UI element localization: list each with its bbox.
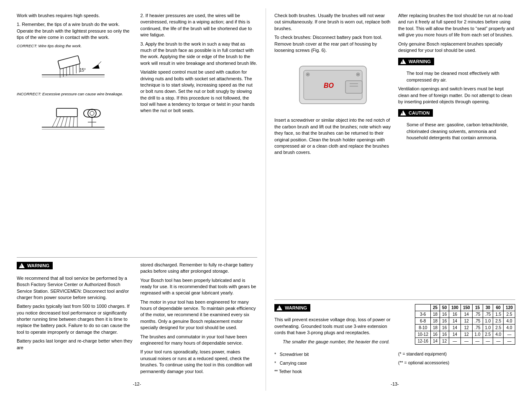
table-header-100: 100 <box>449 304 461 311</box>
table-header-50: 50 <box>440 304 449 311</box>
incorrect-diagram-svg <box>33 98 117 144</box>
row-label-6-8: 6-8 <box>415 318 431 325</box>
warning-label-right-bottom: WARNING <box>285 305 307 310</box>
caution-box-right-top: CAUTION <box>398 109 433 117</box>
check-brushes-para: Check both brushes. Usually the brushes … <box>274 13 391 32</box>
svg-line-19 <box>69 117 71 127</box>
svg-rect-22 <box>84 110 100 117</box>
insert-screwdriver-para: Insert a screwdriver or similar object i… <box>274 117 391 156</box>
accessories-legend: (* = standard equipment) (** = optional … <box>398 351 515 366</box>
table-header-15: 15 <box>472 304 483 311</box>
brush-photo-svg: BO <box>291 58 375 112</box>
svg-line-4 <box>61 68 65 77</box>
svg-line-16 <box>56 117 61 127</box>
left-bottom-col1: WARNING We recommend that all tool servi… <box>17 262 137 377</box>
accessory-item-3: ** Tether hook <box>274 368 391 375</box>
brush-photo-area: BO <box>274 58 391 113</box>
ventilation-openings-para: Ventilation openings and switch levers m… <box>398 86 515 105</box>
table-header-30: 30 <box>483 304 493 311</box>
warning-label-left-bottom: WARNING <box>27 263 49 268</box>
svg-text:BO: BO <box>324 82 334 89</box>
stored-discharged-para: stored discharged. Remember to fully re-… <box>141 262 258 275</box>
work-brushes-para: Work with brushes requires high speeds. <box>17 13 134 19</box>
bottom-section-right: WARNING This will prevent excessive volt… <box>274 304 515 377</box>
table-header-blank1 <box>415 304 431 311</box>
table-header-60: 60 <box>493 304 504 311</box>
only-genuine-bosch-para: Only genuine Bosch replacement brushes s… <box>398 41 515 54</box>
correct-diagram: 15° <box>17 50 134 88</box>
left-bottom-col2: stored discharged. Remember to fully re-… <box>137 262 258 377</box>
svg-line-3 <box>58 69 62 78</box>
row-label-8-10: 8-10 <box>415 325 431 331</box>
warning-triangle-icon3 <box>276 305 282 310</box>
table-row-3-6: 3-6 18 16 16 14 .75 .75 1.5 2.5 <box>415 311 515 318</box>
battery-pack-para: Battery packs typically last from 500 to… <box>17 303 134 335</box>
divider-left <box>17 257 257 258</box>
warning-triangle-icon <box>19 263 25 268</box>
right-bottom-col1: WARNING This will prevent excessive volt… <box>274 304 395 377</box>
voltage-drop-para: This will prevent excessive voltage drop… <box>274 317 391 336</box>
disconnect-battery-para: To check brushes: Disconnect battery pac… <box>274 34 391 54</box>
warning-box-left-bottom: WARNING <box>17 262 53 269</box>
table-row-6-8: 6-8 18 16 14 12 .75 1.0 2.5 4.0 <box>415 318 515 325</box>
svg-line-8 <box>74 64 78 73</box>
row-label-10-12: 10-12 <box>415 331 431 338</box>
warning-box-right-bottom: WARNING <box>274 304 310 312</box>
accessory-item-1: * Screwdriver bit <box>274 351 391 358</box>
row-label-3-6: 3-6 <box>415 311 431 318</box>
caution-triangle-icon <box>400 110 406 115</box>
svg-rect-36 <box>345 81 362 93</box>
page-left: Work with brushes requires high speeds. … <box>4 8 266 391</box>
right-top-col2: After replacing brushes the tool should … <box>395 13 515 295</box>
correct-diagram-svg: 15° <box>33 50 117 87</box>
correct-label: CORRECT: Wire tips doing the work. <box>17 43 134 48</box>
divider-right <box>274 299 515 300</box>
legend-standard: (* = standard equipment) <box>398 351 515 357</box>
top-section-left: Work with brushes requires high speeds. … <box>17 13 257 253</box>
row-label-12-16: 12-16 <box>415 338 431 345</box>
table-header-120: 120 <box>504 304 515 311</box>
remember-tips-para: 1. Remember, the tips of a wire brush do… <box>17 21 134 41</box>
svg-text:15°: 15° <box>79 68 86 72</box>
right-bottom-col2: 25 50 100 150 15 30 60 120 3-6 <box>395 304 515 377</box>
svg-line-15 <box>52 117 57 127</box>
extension-cord-table: 25 50 100 150 15 30 60 120 3-6 <box>415 304 515 345</box>
compressed-air-para: The tool may be cleaned most effectively… <box>407 70 515 83</box>
warning-label-right-top: WARNING <box>409 59 431 64</box>
motor-engineered-para: The motor in your tool has been engineer… <box>141 299 258 331</box>
battery-last-para: Battery packs last longer and re-charge … <box>17 338 134 351</box>
accessories-list: * Screwdriver bit * Carrying case ** Tet… <box>274 351 391 375</box>
right-top-col1: Check both brushes. Usually the brushes … <box>274 13 395 295</box>
page-right: Check both brushes. Usually the brushes … <box>266 8 528 391</box>
brushes-commutator-para: The brushes and commutator in your tool … <box>141 334 258 347</box>
smaller-gauge-para: The smaller the gauge number, the heavie… <box>283 339 391 345</box>
table-row-8-10: 8-10 18 16 14 12 .75 1.0 2.5 4.0 <box>415 325 515 331</box>
tool-runs-sporadically-para: If your tool runs sporadically, loses po… <box>141 349 258 375</box>
caution-label-right-top: CAUTION <box>409 110 430 115</box>
warning-triangle-icon2 <box>400 59 406 64</box>
svg-rect-2 <box>58 55 80 69</box>
heavier-pressures-para: 2. If heavier pressures are used, the wi… <box>141 13 258 38</box>
bosch-lubricated-para: Your Bosch tool has been properly lubric… <box>141 277 258 297</box>
table-row-10-12: 10-12 16 16 14 12 1.0 2.5 4.0 — <box>415 331 515 338</box>
top-section-right: Check both brushes. Usually the brushes … <box>274 13 515 295</box>
table-header-150: 150 <box>460 304 472 311</box>
page-number-left: -12- <box>17 381 257 386</box>
svg-line-6 <box>68 66 72 75</box>
incorrect-label: INCORRECT: Excessive pressure can cause … <box>17 92 134 96</box>
svg-line-18 <box>65 117 67 127</box>
apply-brush-para: 3. Apply the brush to the work in such a… <box>141 41 258 67</box>
accessory-item-2: * Carrying case <box>274 360 391 366</box>
after-replacing-para: After replacing brushes the tool should … <box>398 13 515 38</box>
warning-box-right-top: WARNING <box>398 58 434 65</box>
left-top-col1: Work with brushes requires high speeds. … <box>17 13 137 253</box>
page-number-right: -13- <box>274 381 515 386</box>
svg-line-20 <box>73 117 74 127</box>
svg-line-17 <box>61 117 64 127</box>
svg-line-7 <box>71 65 75 74</box>
left-top-col2: 2. If heavier pressures are used, the wi… <box>137 13 258 253</box>
gasoline-para: Some of these are: gasoline, carbon tetr… <box>407 122 515 141</box>
table-header-25: 25 <box>430 304 440 311</box>
variable-speed-para: Variable speed control must be used with… <box>141 69 258 114</box>
svg-rect-14 <box>56 108 77 117</box>
